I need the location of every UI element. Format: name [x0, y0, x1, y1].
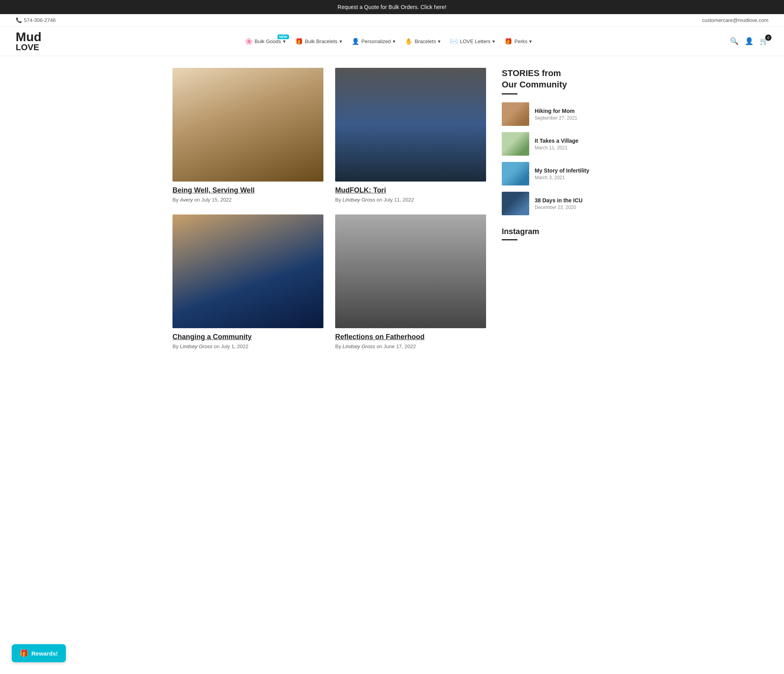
post-meta-reflections-fatherhood: By Lindsey Gross on June 17, 2022: [335, 343, 486, 349]
post-image-being-well: [172, 68, 323, 182]
sidebar: STORIES from Our Community Hiking for Mo…: [502, 68, 612, 349]
story-thumb-hiking-for-mom: [502, 102, 529, 126]
nav-bulk-goods-label: Bulk Goods: [255, 38, 281, 44]
bracelets-icon: ✋: [405, 38, 413, 45]
sidebar-story-it-takes-a-village[interactable]: It Takes a Village March 11, 2021: [502, 132, 612, 156]
cart-button[interactable]: 🛒 0: [760, 37, 768, 45]
post-author-being-well: Avery: [180, 197, 193, 203]
chevron-down-icon: ▾: [339, 38, 342, 44]
post-meta-being-well: By Avery on July 15, 2022: [172, 197, 323, 203]
nav-love-letters-label: LOVE Letters: [460, 38, 490, 44]
site-logo[interactable]: Mud LOVE: [16, 31, 47, 52]
story-date-hiking-for-mom: September 27, 2021: [535, 115, 612, 121]
post-author-mudfolk-tori: Lindsey Gross: [343, 197, 375, 203]
sidebar-story-my-story-of-infertility[interactable]: My Story of Infertility March 3, 2021: [502, 162, 612, 185]
nav-bracelets[interactable]: ✋ Bracelets ▾: [405, 38, 441, 45]
post-card-reflections-fatherhood[interactable]: Reflections on Fatherhood By Lindsey Gro…: [335, 214, 486, 349]
story-title-38-days-in-icu: 38 Days in the ICU: [535, 197, 612, 203]
main-nav: 🌸 Bulk Goods NEW ▾ 🎁 Bulk Bracelets ▾ 👤 …: [59, 38, 718, 45]
sidebar-divider: [502, 93, 517, 94]
personalized-icon: 👤: [352, 38, 359, 45]
header-actions: 🔍 👤 🛒 0: [730, 37, 768, 45]
email-address[interactable]: customercare@mudlove.com: [702, 17, 768, 23]
post-card-mudfolk-tori[interactable]: MudFOLK: Tori By Lindsey Gross on July 1…: [335, 68, 486, 203]
post-image-changing-community: [172, 214, 323, 328]
nav-personalized[interactable]: 👤 Personalized ▾: [352, 38, 396, 45]
story-title-it-takes-a-village: It Takes a Village: [535, 138, 612, 144]
cart-count: 0: [765, 35, 771, 41]
post-title-changing-community: Changing a Community: [172, 333, 323, 341]
post-date-reflections-fatherhood: June 17, 2022: [384, 343, 416, 349]
chevron-down-icon: ▾: [283, 38, 286, 44]
story-date-it-takes-a-village: March 11, 2021: [535, 145, 612, 151]
new-badge: NEW: [278, 35, 289, 39]
promo-banner[interactable]: Request a Quote for Bulk Orders. Click h…: [0, 0, 784, 14]
post-date-being-well: July 15, 2022: [201, 197, 231, 203]
post-meta-mudfolk-tori: By Lindsey Gross on July 11, 2022: [335, 197, 486, 203]
post-date-mudfolk-tori: July 11, 2022: [384, 197, 414, 203]
site-header: Mud LOVE 🌸 Bulk Goods NEW ▾ 🎁 Bulk Brace…: [0, 27, 784, 56]
chevron-down-icon: ▾: [529, 38, 532, 44]
post-title-mudfolk-tori: MudFOLK: Tori: [335, 186, 486, 194]
nav-bracelets-label: Bracelets: [415, 38, 436, 44]
story-thumb-it-takes-a-village: [502, 132, 529, 156]
chevron-down-icon: ▾: [438, 38, 441, 44]
nav-perks[interactable]: 🎁 Perks ▾: [505, 38, 532, 45]
bulk-bracelets-icon: 🎁: [295, 38, 303, 45]
post-author-reflections-fatherhood: Lindsey Gross: [343, 343, 375, 349]
post-card-changing-community[interactable]: Changing a Community By Lindsey Gross on…: [172, 214, 323, 349]
logo-line2: LOVE: [16, 43, 47, 52]
story-thumb-my-story-of-infertility: [502, 162, 529, 185]
nav-bulk-goods[interactable]: 🌸 Bulk Goods NEW ▾: [245, 38, 286, 45]
bulk-goods-icon: 🌸: [245, 38, 253, 45]
nav-personalized-label: Personalized: [361, 38, 391, 44]
sidebar-story-hiking-for-mom[interactable]: Hiking for Mom September 27, 2021: [502, 102, 612, 126]
sidebar-section-title: STORIES from Our Community: [502, 68, 612, 90]
chevron-down-icon: ▾: [492, 38, 495, 44]
nav-love-letters[interactable]: ✉️ LOVE Letters ▾: [450, 38, 495, 45]
chevron-down-icon: ▾: [393, 38, 396, 44]
utility-bar: 📞 574-306-2746 customercare@mudlove.com: [0, 14, 784, 27]
perks-icon: 🎁: [505, 38, 512, 45]
story-title-my-story-of-infertility: My Story of Infertility: [535, 167, 612, 174]
post-date-changing-community: July 1, 2022: [221, 343, 249, 349]
love-letters-icon: ✉️: [450, 38, 458, 45]
instagram-divider: [502, 239, 517, 240]
story-title-hiking-for-mom: Hiking for Mom: [535, 108, 612, 114]
main-content: Being Well, Serving Well By Avery on Jul…: [157, 56, 627, 361]
logo-line1: Mud: [16, 31, 47, 43]
account-icon[interactable]: 👤: [745, 37, 753, 45]
post-meta-changing-community: By Lindsey Gross on July 1, 2022: [172, 343, 323, 349]
post-title-reflections-fatherhood: Reflections on Fatherhood: [335, 333, 486, 341]
phone-number[interactable]: 📞 574-306-2746: [16, 17, 56, 23]
post-author-changing-community: Lindsey Gross: [180, 343, 212, 349]
search-icon[interactable]: 🔍: [730, 37, 739, 45]
instagram-title: Instagram: [502, 227, 612, 236]
post-image-mudfolk-tori: [335, 68, 486, 182]
posts-grid: Being Well, Serving Well By Avery on Jul…: [172, 68, 486, 349]
phone-icon: 📞: [16, 17, 22, 23]
sidebar-story-38-days-in-icu[interactable]: 38 Days in the ICU December 23, 2020: [502, 192, 612, 215]
nav-bulk-bracelets-label: Bulk Bracelets: [305, 38, 338, 44]
story-thumb-38-days-in-icu: [502, 192, 529, 215]
nav-perks-label: Perks: [514, 38, 527, 44]
promo-banner-text: Request a Quote for Bulk Orders. Click h…: [338, 4, 446, 10]
nav-bulk-bracelets[interactable]: 🎁 Bulk Bracelets ▾: [295, 38, 342, 45]
post-image-reflections-fatherhood: [335, 214, 486, 328]
instagram-section: Instagram: [502, 227, 612, 240]
post-title-being-well: Being Well, Serving Well: [172, 186, 323, 194]
story-date-38-days-in-icu: December 23, 2020: [535, 205, 612, 210]
story-date-my-story-of-infertility: March 3, 2021: [535, 175, 612, 180]
post-card-being-well[interactable]: Being Well, Serving Well By Avery on Jul…: [172, 68, 323, 203]
